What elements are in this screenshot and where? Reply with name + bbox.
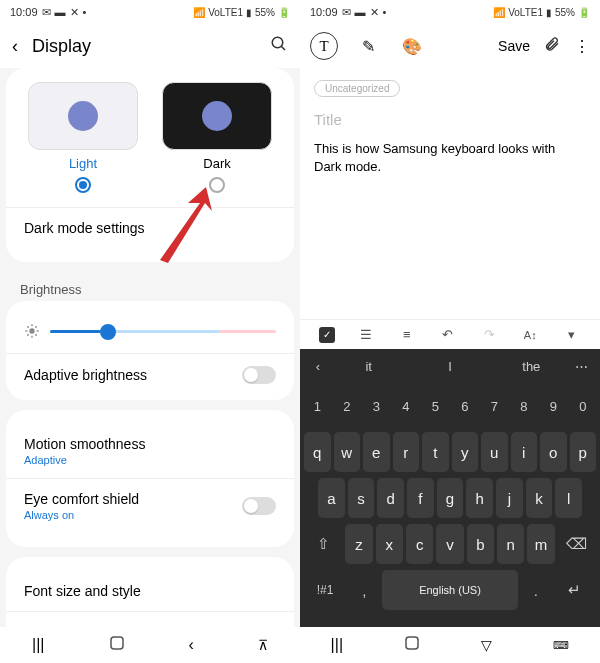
key-u[interactable]: u [481,432,508,472]
key-m[interactable]: m [527,524,554,564]
key-3[interactable]: 3 [363,386,390,426]
attach-icon[interactable] [544,36,560,56]
bullet-list-icon[interactable]: ☰ [356,325,376,345]
nav-bar-r: ||| ▽ ⌨ [300,627,600,663]
key-l[interactable]: l [555,478,582,518]
key-v[interactable]: v [436,524,463,564]
key-i[interactable]: i [511,432,538,472]
key-h[interactable]: h [466,478,493,518]
search-icon[interactable] [270,35,288,57]
nav-back-icon[interactable]: ‹ [189,636,194,654]
numbered-list-icon[interactable]: ≡ [397,325,417,345]
key-comma[interactable]: , [349,570,379,610]
key-z[interactable]: z [345,524,372,564]
undo-icon[interactable]: ↶ [438,325,458,345]
motion-label: Motion smoothness [24,436,276,452]
key-a[interactable]: a [318,478,345,518]
wifi-icon: 📶 [193,7,205,18]
nav-recents-icon-r[interactable]: ||| [331,636,343,654]
font-size-icon[interactable]: A↕ [520,325,540,345]
key-0[interactable]: 0 [570,386,597,426]
nav-back-icon-r[interactable]: ▽ [481,637,492,653]
collapse-icon[interactable]: ▾ [561,325,581,345]
redo-icon[interactable]: ↷ [479,325,499,345]
suggestion-3[interactable]: the [491,359,572,374]
key-y[interactable]: y [452,432,479,472]
nav-home-icon[interactable] [109,635,125,655]
palette-tool-icon[interactable]: 🎨 [398,32,426,60]
eye-comfort-toggle[interactable] [242,497,276,515]
key-t[interactable]: t [422,432,449,472]
note-body[interactable]: Uncategorized Title This is how Samsung … [300,68,600,186]
key-w[interactable]: w [334,432,361,472]
key-q[interactable]: q [304,432,331,472]
key-g[interactable]: g [437,478,464,518]
eye-comfort-item[interactable]: Eye comfort shield Always on [20,479,280,533]
key-j[interactable]: j [496,478,523,518]
key-e[interactable]: e [363,432,390,472]
theme-radio-light[interactable] [75,177,91,193]
adaptive-brightness-toggle[interactable] [242,366,276,384]
key-2[interactable]: 2 [334,386,361,426]
theme-label-light: Light [69,156,97,171]
notes-toolbar: T ✎ 🎨 Save ⋮ [300,24,600,68]
key-k[interactable]: k [526,478,553,518]
battery-icon-r: 🔋 [578,7,590,18]
key-b[interactable]: b [467,524,494,564]
key-8[interactable]: 8 [511,386,538,426]
theme-option-dark[interactable]: Dark [154,82,280,193]
suggest-more-icon[interactable]: ⋯ [572,359,592,374]
key-symbols[interactable]: !#1 [304,570,346,610]
key-backspace[interactable]: ⌫ [558,524,596,564]
brightness-slider[interactable] [50,330,276,333]
theme-option-light[interactable]: Light [20,82,146,193]
suggestion-1[interactable]: it [328,359,409,374]
key-shift[interactable]: ⇧ [304,524,342,564]
key-7[interactable]: 7 [481,386,508,426]
nav-keyboard-icon-r[interactable]: ⌨ [553,639,569,652]
nav-home-icon-r[interactable] [404,635,420,655]
more-icon[interactable]: ⋮ [574,37,590,56]
suggestion-2[interactable]: I [409,359,490,374]
key-5[interactable]: 5 [422,386,449,426]
key-o[interactable]: o [540,432,567,472]
key-1[interactable]: 1 [304,386,331,426]
text-tool-icon[interactable]: T [310,32,338,60]
note-title-field[interactable]: Title [314,111,586,128]
pointer-arrow [150,185,220,269]
key-r[interactable]: r [393,432,420,472]
adaptive-brightness-item[interactable]: Adaptive brightness [20,354,280,396]
key-d[interactable]: d [377,478,404,518]
pen-tool-icon[interactable]: ✎ [354,32,382,60]
checkbox-tool-icon[interactable]: ✓ [319,327,335,343]
key-period[interactable]: . [521,570,551,610]
font-item[interactable]: Font size and style [20,571,280,611]
svg-line-7 [27,326,28,327]
key-9[interactable]: 9 [540,386,567,426]
key-p[interactable]: p [570,432,597,472]
suggest-expand-icon[interactable]: ‹ [308,359,328,374]
save-button[interactable]: Save [498,38,530,54]
volte-label-r: VoLTE1 [508,7,543,18]
notif-icon3: ✕ [70,6,79,19]
key-c[interactable]: c [406,524,433,564]
note-text[interactable]: This is how Samsung keyboard looks with … [314,140,586,176]
nav-recents-icon[interactable]: ||| [32,636,44,654]
zoom-item[interactable]: Screen zoom [20,612,280,627]
key-n[interactable]: n [497,524,524,564]
key-s[interactable]: s [348,478,375,518]
category-tag[interactable]: Uncategorized [314,80,400,97]
svg-line-9 [27,334,28,335]
key-f[interactable]: f [407,478,434,518]
status-bar: 10:09 ✉ ▬ ✕ • 📶 VoLTE1 ▮ 55% 🔋 [0,0,300,24]
key-enter[interactable]: ↵ [554,570,596,610]
nav-accessibility-icon[interactable]: ⊼ [258,637,268,653]
back-icon[interactable]: ‹ [12,36,18,57]
settings-list[interactable]: Light Dark Dark mode settings Brightness… [0,68,300,627]
key-4[interactable]: 4 [393,386,420,426]
svg-line-1 [281,46,285,50]
key-x[interactable]: x [376,524,403,564]
key-6[interactable]: 6 [452,386,479,426]
key-space[interactable]: English (US) [382,570,517,610]
motion-smoothness-item[interactable]: Motion smoothness Adaptive [20,424,280,478]
